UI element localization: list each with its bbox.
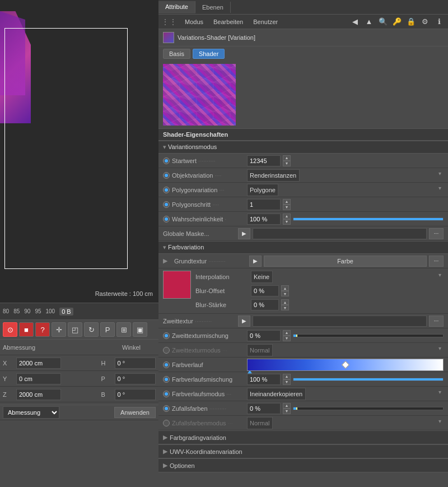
abmessung-select[interactable]: Abmessung <box>3 406 59 419</box>
anwenden-button[interactable]: Anwenden <box>114 407 156 418</box>
blur-staerke-down[interactable]: ▼ <box>281 305 289 310</box>
zweittexturmischung-down[interactable]: ▼ <box>283 336 291 341</box>
polygonvariation-radio[interactable] <box>163 187 170 193</box>
wahrscheinlichkeit-input[interactable] <box>247 214 281 225</box>
farbverlaufsmodus-select[interactable]: Ineinanderkopieren <box>247 388 306 400</box>
zufallsfarbenmodus-radio[interactable] <box>163 420 170 426</box>
y-input[interactable] <box>16 373 61 384</box>
tab-ebenen[interactable]: Ebenen <box>195 2 231 13</box>
lock-icon[interactable]: 🔒 <box>405 16 417 28</box>
tool-btn-grid[interactable]: ⊞ <box>116 322 131 337</box>
h-input[interactable] <box>115 358 156 369</box>
p-label: P <box>101 375 113 382</box>
startwert-up[interactable]: ▲ <box>283 155 291 161</box>
back-icon[interactable]: ◀ <box>349 16 361 28</box>
grundtextur-arrow[interactable]: ▶ <box>163 257 172 265</box>
z-input[interactable] <box>16 389 61 400</box>
key-icon[interactable]: 🔑 <box>391 16 403 28</box>
x-input[interactable] <box>16 358 61 369</box>
zufallsfarben-down[interactable]: ▼ <box>283 409 291 414</box>
menu-bearbeiten[interactable]: Bearbeiten <box>209 17 248 26</box>
globale-maske-btn-arrow[interactable]: ▶ <box>238 228 250 239</box>
zufallsfarbenmodus-select[interactable]: Normal <box>247 417 273 429</box>
settings-icon[interactable]: ⚙ <box>419 16 431 28</box>
tool-btn-rotate[interactable]: ↻ <box>84 322 99 337</box>
polygonvariation-select[interactable]: Polygone <box>247 184 278 196</box>
startwert-stepper[interactable]: ▲ ▼ <box>283 155 291 166</box>
blur-staerke-stepper[interactable]: ▲ ▼ <box>281 299 289 310</box>
zufallsfarben-radio[interactable] <box>163 405 170 412</box>
grundtextur-dots-btn[interactable]: ··· <box>429 256 444 267</box>
startwert-input[interactable] <box>247 155 281 166</box>
zweittextur-dots-btn[interactable]: ··· <box>429 316 444 327</box>
menu-modus[interactable]: Modus <box>180 17 208 26</box>
farbverlaufsmischung-radio[interactable] <box>163 376 170 383</box>
farbvariation-header[interactable]: Farbvariation <box>158 241 448 254</box>
blur-offset-stepper[interactable]: ▲ ▼ <box>281 285 289 296</box>
polygonschritt-stepper[interactable]: ▲ ▼ <box>283 199 291 210</box>
farbverlauf-radio[interactable] <box>163 361 170 368</box>
tool-btn-square[interactable]: ■ <box>19 322 34 337</box>
gradient-bar-wrap[interactable] <box>247 359 444 371</box>
abmessung-label: Abmessung <box>3 344 36 351</box>
zweittexturmodus-select[interactable]: Normal <box>247 344 273 356</box>
color-swatch[interactable] <box>163 271 191 299</box>
blur-offset-down[interactable]: ▼ <box>281 291 289 296</box>
farbverlaufsmischung-down[interactable]: ▼ <box>283 379 291 385</box>
blur-offset-input[interactable] <box>251 285 279 296</box>
farbe-button[interactable]: Farbe <box>264 256 427 267</box>
wahrscheinlichkeit-stepper[interactable]: ▲ ▼ <box>283 214 291 225</box>
wahrscheinlichkeit-down[interactable]: ▼ <box>283 219 291 225</box>
uwv-koordinatenvariation-header[interactable]: ▶ UWV-Koordinatenvariation <box>158 444 448 458</box>
wahrscheinlichkeit-radio[interactable] <box>163 216 170 222</box>
zweittextur-field[interactable] <box>253 316 427 327</box>
zweittexturmischung-input[interactable] <box>247 330 281 341</box>
tool-btn-box[interactable]: ◰ <box>68 322 82 337</box>
tool-btn-circle[interactable]: ⊙ <box>3 322 17 337</box>
menu-benutzer[interactable]: Benutzer <box>249 17 282 26</box>
objektvariation-radio[interactable] <box>163 172 170 179</box>
farbverlaufsmodus-radio[interactable] <box>163 391 170 397</box>
info-icon[interactable]: ℹ <box>433 16 445 28</box>
blur-staerke-up[interactable]: ▲ <box>281 299 289 305</box>
polygonschritt-down[interactable]: ▼ <box>283 205 291 210</box>
startwert-down[interactable]: ▼ <box>283 161 291 166</box>
b-input[interactable] <box>115 389 156 400</box>
sub-tab-shader[interactable]: Shader <box>193 49 225 59</box>
zufallsfarben-input[interactable] <box>247 403 281 414</box>
startwert-radio[interactable] <box>163 157 170 164</box>
farbverlaufsmischung-stepper[interactable]: ▲ ▼ <box>283 374 291 385</box>
sub-tab-basis[interactable]: Basis <box>163 49 190 59</box>
optionen-header[interactable]: ▶ Optionen <box>158 458 448 472</box>
wahrscheinlichkeit-up[interactable]: ▲ <box>283 214 291 219</box>
variantionsmodus-header[interactable]: Variantionsmodus <box>158 141 448 154</box>
p-input[interactable] <box>115 373 156 384</box>
zweittexturmischung-radio[interactable] <box>163 332 170 339</box>
zweittexturmischung-up[interactable]: ▲ <box>283 330 291 336</box>
zufallsfarben-up[interactable]: ▲ <box>283 403 291 409</box>
interpolation-select[interactable]: Keine <box>251 271 273 283</box>
forward-icon[interactable]: ▲ <box>363 16 375 28</box>
globale-maske-field[interactable] <box>253 228 427 239</box>
zufallsfarben-stepper[interactable]: ▲ ▼ <box>283 403 291 414</box>
tool-btn-question[interactable]: ? <box>35 322 50 337</box>
tool-btn-rect[interactable]: ▣ <box>133 322 147 337</box>
grundtextur-arrow-btn[interactable]: ▶ <box>249 256 262 267</box>
zweittextur-arrow-btn[interactable]: ▶ <box>238 316 250 327</box>
zweittexturmischung-stepper[interactable]: ▲ ▼ <box>283 330 291 341</box>
tool-btn-plus[interactable]: ✛ <box>52 322 66 337</box>
tool-btn-p[interactable]: P <box>100 322 115 337</box>
polygonschritt-up[interactable]: ▲ <box>283 199 291 205</box>
farbverlaufsmischung-up[interactable]: ▲ <box>283 374 291 379</box>
polygonschritt-input[interactable] <box>247 199 281 210</box>
farbverlaufsmischung-input[interactable] <box>247 374 281 385</box>
search-icon[interactable]: 🔍 <box>377 16 389 28</box>
objektvariation-select[interactable]: Renderinstanzen <box>247 169 300 182</box>
farbgradingvariation-header[interactable]: ▶ Farbgradingvariation <box>158 430 448 444</box>
globale-maske-btn-dots[interactable]: ··· <box>429 228 444 239</box>
blur-staerke-input[interactable] <box>251 299 279 310</box>
tab-attribute[interactable]: Attribute <box>158 1 195 13</box>
blur-offset-up[interactable]: ▲ <box>281 285 289 291</box>
polygonschritt-radio[interactable] <box>163 201 170 208</box>
zweittexturmodus-radio[interactable] <box>163 347 170 354</box>
